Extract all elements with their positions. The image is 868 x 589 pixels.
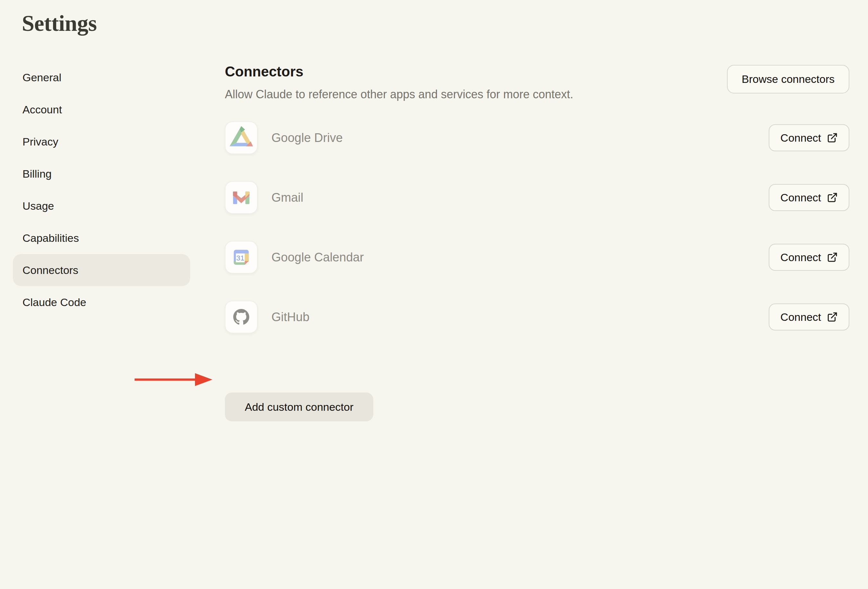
- gmail-icon: [225, 181, 258, 214]
- connectors-panel: Connectors Allow Claude to reference oth…: [225, 0, 849, 421]
- sidebar-item-general[interactable]: General: [13, 61, 190, 93]
- connector-list: Google Drive Connect: [225, 121, 849, 334]
- settings-sidebar: General Account Privacy Billing Usage Ca…: [13, 61, 190, 318]
- page-title: Settings: [22, 11, 97, 35]
- sidebar-item-billing[interactable]: Billing: [13, 158, 190, 190]
- external-link-icon: [827, 311, 838, 322]
- google-calendar-icon: 31: [225, 241, 258, 274]
- github-icon: [225, 301, 258, 334]
- annotation-arrow-icon: [133, 372, 214, 387]
- connector-name: Gmail: [272, 191, 303, 205]
- sidebar-item-capabilities[interactable]: Capabilities: [13, 222, 190, 254]
- add-custom-connector-button[interactable]: Add custom connector: [225, 393, 373, 421]
- connector-row-google-drive: Google Drive Connect: [225, 121, 849, 154]
- connectors-header: Connectors Allow Claude to reference oth…: [225, 63, 849, 102]
- connector-row-github: GitHub Connect: [225, 301, 849, 334]
- sidebar-item-account[interactable]: Account: [13, 93, 190, 125]
- connect-button-github[interactable]: Connect: [769, 304, 849, 331]
- sidebar-item-connectors[interactable]: Connectors: [13, 254, 190, 286]
- connector-row-gmail: Gmail Connect: [225, 181, 849, 214]
- external-link-icon: [827, 132, 838, 143]
- sidebar-item-claude-code[interactable]: Claude Code: [13, 286, 190, 318]
- calendar-day-number: 31: [236, 254, 245, 263]
- google-drive-icon: [225, 121, 258, 154]
- section-description: Allow Claude to reference other apps and…: [225, 87, 573, 102]
- connector-name: Google Calendar: [272, 251, 364, 264]
- external-link-icon: [827, 252, 838, 263]
- connector-name: GitHub: [272, 310, 309, 324]
- connector-name: Google Drive: [272, 131, 343, 145]
- connector-row-google-calendar: 31 Google Calendar Connect: [225, 241, 849, 274]
- connect-button-google-drive[interactable]: Connect: [769, 124, 849, 151]
- sidebar-item-usage[interactable]: Usage: [13, 190, 190, 222]
- connect-button-gmail[interactable]: Connect: [769, 184, 849, 211]
- connect-button-google-calendar[interactable]: Connect: [769, 244, 849, 271]
- browse-connectors-button[interactable]: Browse connectors: [727, 65, 849, 93]
- sidebar-item-privacy[interactable]: Privacy: [13, 125, 190, 158]
- settings-page: Settings General Account Privacy Billing…: [0, 0, 868, 589]
- section-heading: Connectors: [225, 63, 573, 80]
- external-link-icon: [827, 192, 838, 203]
